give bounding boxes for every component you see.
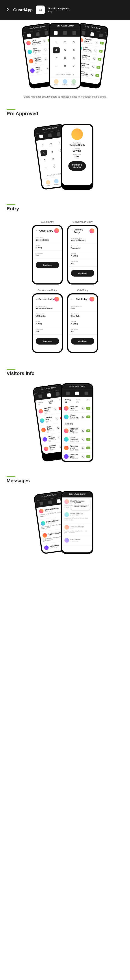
keypad-key-7[interactable]: 7 [41, 157, 49, 164]
clock-icon[interactable] [75, 391, 79, 395]
status-badge[interactable]: In [86, 447, 90, 449]
home-icon[interactable] [81, 31, 86, 35]
message-icon[interactable] [99, 33, 103, 37]
category-service[interactable]: Service [71, 79, 76, 86]
status-badge[interactable]: In [86, 415, 90, 418]
field-4[interactable]: Flat Number 103 [68, 327, 97, 335]
visitor-row[interactable]: Peterson Duke Guest · A 103 📞 In [62, 404, 92, 413]
clock-icon[interactable] [48, 500, 52, 504]
status-badge[interactable]: In [86, 438, 90, 441]
keypad-key-5[interactable]: 5 [62, 47, 68, 53]
keypad-key-3[interactable]: 3 [70, 39, 77, 45]
visitor-row[interactable]: Peterson Duke Guest · A 103 📞 In [62, 452, 92, 461]
home-icon[interactable] [40, 501, 43, 506]
visitor-row[interactable]: Peterson Duke Guest · A 103 📞 In [62, 426, 92, 435]
tab-inside[interactable]: Inside (50) [76, 399, 83, 402]
field-1[interactable]: Last 4 Digit of Cab 4425 [68, 304, 97, 312]
field-3[interactable]: Flat Number 103 [33, 251, 62, 258]
field-3[interactable]: Building A Wing [68, 319, 97, 327]
tab-inside-sub[interactable]: Inside (50) [65, 423, 73, 425]
keypad-key-←[interactable]: ← [42, 164, 49, 171]
field-3[interactable]: Building A Wing [68, 251, 97, 259]
call-icon[interactable]: 📞 [81, 446, 85, 450]
category-delivery[interactable]: Delivery [63, 79, 68, 86]
field-4[interactable]: Flat Number 103 [33, 327, 62, 335]
call-icon[interactable]: 📞 [94, 40, 99, 45]
home-icon[interactable] [66, 391, 70, 395]
call-icon[interactable]: 📞 [81, 437, 85, 441]
status-badge[interactable]: In [100, 41, 104, 45]
field-2[interactable]: Cab Company Olas Cab [68, 312, 97, 319]
category-guest[interactable]: Guest [54, 79, 59, 86]
tab-waiting[interactable]: Waiting (2) [38, 401, 45, 405]
clock-icon[interactable] [36, 32, 40, 36]
field-4[interactable]: Flat Number 103 [68, 259, 97, 267]
category-guest[interactable]: Guest [45, 180, 51, 186]
field-1[interactable]: Guest Name George Smith [33, 235, 62, 243]
tab-waiting[interactable]: Waiting (2) [65, 399, 73, 402]
call-icon[interactable]: 📞 [90, 72, 94, 77]
message-row[interactable]: Peter Johnson B 905 · 20m ago Keep remin… [62, 510, 92, 523]
category-delivery[interactable]: Delivery [54, 178, 59, 185]
back-icon[interactable]: ← [36, 229, 38, 232]
keypad-key-4[interactable]: 4 [40, 150, 48, 156]
back-icon[interactable]: ← [71, 298, 74, 301]
status-badge[interactable]: In [96, 66, 100, 69]
message-icon[interactable] [56, 392, 60, 396]
status-badge[interactable]: In [86, 429, 90, 432]
clock-icon[interactable] [48, 133, 52, 137]
back-icon[interactable]: ← [36, 298, 38, 301]
message-icon[interactable] [44, 31, 49, 35]
home-icon[interactable] [54, 31, 58, 35]
tab-out[interactable]: Out [87, 399, 89, 402]
message-icon[interactable] [85, 391, 88, 395]
keypad-key-✓[interactable]: ✓ [70, 63, 77, 69]
keypad-key-8[interactable]: 8 [62, 55, 68, 61]
home-icon[interactable] [27, 33, 31, 37]
call-icon[interactable]: 📞 [81, 406, 85, 410]
message-icon[interactable] [57, 499, 61, 503]
call-icon[interactable]: 📞 [92, 56, 97, 61]
field-2[interactable]: Building A Wing [33, 243, 62, 251]
message-row[interactable]: Rahul Patel A 303 · 1hr ago [62, 536, 92, 545]
keypad-key-7[interactable]: 7 [53, 55, 60, 61]
call-icon[interactable]: 📞 [43, 48, 48, 52]
tab-inside[interactable]: Inside (50) [49, 399, 56, 404]
message-icon[interactable] [73, 31, 76, 35]
keypad-key-1[interactable]: 1 [53, 39, 60, 45]
field-1[interactable]: Serviceman Name Jennop Anderson [33, 304, 62, 312]
visitor-row[interactable]: Lissa Fernanda Service · A 204 📞 In [62, 412, 92, 421]
keypad-key-1[interactable]: 1 [39, 142, 46, 148]
continue-button[interactable]: Continue [71, 270, 94, 277]
call-icon[interactable]: 📞 [91, 64, 95, 69]
status-badge[interactable]: In [86, 407, 90, 410]
call-icon[interactable]: 📞 [42, 39, 47, 43]
continue-button[interactable]: Continue [36, 338, 59, 345]
status-badge[interactable]: In [95, 74, 99, 77]
status-badge[interactable]: In [98, 50, 103, 53]
keypad-key-5[interactable]: 5 [49, 148, 56, 155]
message-icon[interactable] [57, 132, 60, 136]
confirm-button[interactable]: Confirm & Send in [68, 161, 86, 170]
home-icon[interactable] [38, 394, 42, 398]
keypad-key-2[interactable]: 2 [48, 141, 55, 148]
call-icon[interactable]: 📞 [56, 426, 60, 430]
call-icon[interactable]: 📞 [43, 57, 48, 61]
call-icon[interactable]: 📞 [81, 415, 85, 419]
continue-button[interactable]: Continue [71, 338, 94, 345]
clock-icon[interactable] [47, 393, 51, 397]
keypad-key-6[interactable]: 6 [70, 47, 77, 53]
keypad-key-4[interactable]: 4 [53, 47, 60, 53]
message-row[interactable]: Jessica Albania A 204 Keep street dog aw… [62, 523, 92, 536]
continue-button[interactable]: Continue [36, 262, 59, 268]
home-icon[interactable] [39, 134, 43, 138]
visitor-row[interactable]: Angelina Mazal Guest · B 803 📞 In [62, 444, 92, 452]
call-icon[interactable]: 📞 [93, 48, 98, 53]
field-2[interactable]: Company Name Arrzoone [68, 243, 97, 251]
clock-icon[interactable] [90, 32, 94, 36]
call-icon[interactable]: 📞 [81, 454, 85, 458]
call-icon[interactable]: 📞 [81, 429, 85, 433]
back-icon[interactable]: ← [71, 229, 74, 232]
keypad-key-2[interactable]: 2 [62, 39, 68, 45]
keypad-key-9[interactable]: 9 [70, 55, 77, 61]
